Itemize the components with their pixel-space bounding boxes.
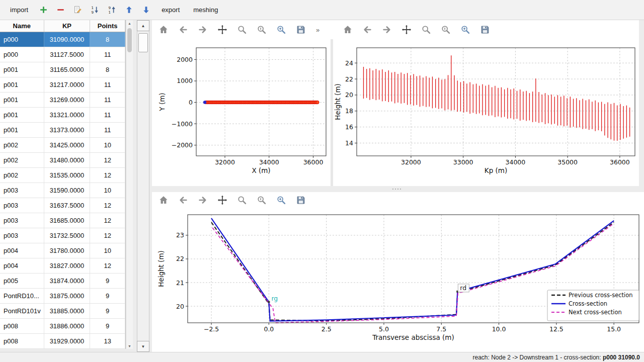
scroll-down-arrow-icon[interactable]: ▼ <box>126 343 133 349</box>
save-button[interactable] <box>293 22 308 37</box>
cell-name: p002 <box>0 168 44 183</box>
panel-scroll-down-button[interactable]: ▼ <box>137 341 149 352</box>
sort-ascending-button[interactable]: 19 <box>88 3 102 17</box>
horizontal-splitter[interactable] <box>152 186 644 192</box>
subplots-button[interactable] <box>254 22 269 37</box>
section-plot[interactable]: rgrd−2.50.02.55.07.510.012.515.020212223… <box>153 208 641 350</box>
panel-scrollbar-thumb[interactable] <box>138 33 148 52</box>
edit-icon <box>73 5 83 15</box>
forward-button[interactable] <box>379 22 394 37</box>
forward-button[interactable] <box>195 22 210 37</box>
table-row[interactable]: p00231480.000012 <box>0 153 125 168</box>
svg-text:33000: 33000 <box>453 158 473 166</box>
cell-points: 12 <box>90 153 125 167</box>
table-row[interactable]: p00831886.00009 <box>0 319 125 334</box>
home-button[interactable] <box>156 193 171 208</box>
zoom-button[interactable] <box>234 22 250 37</box>
move-up-button[interactable] <box>122 3 136 17</box>
table-row[interactable]: p00131217.000011 <box>0 77 125 93</box>
status-bar: reach: Node 2 -> Downstream 1 - cross-se… <box>0 352 644 362</box>
table-scrollbar-thumb[interactable] <box>127 28 132 52</box>
svg-text:21: 21 <box>176 279 184 287</box>
cell-name: p003 <box>0 213 44 228</box>
table-row[interactable]: p00031127.500011 <box>0 47 125 62</box>
back-button[interactable] <box>176 22 191 37</box>
table-row[interactable]: p00031090.00008 <box>0 32 125 47</box>
xy-plot[interactable]: 320003400036000200010000−1000−2000X (m)Y… <box>153 39 331 186</box>
table-scrollbar[interactable]: ▲ ▼ <box>126 20 133 349</box>
import-button[interactable]: import <box>5 4 33 16</box>
cell-points: 10 <box>90 138 125 152</box>
column-header-points[interactable]: Points <box>90 20 125 32</box>
status-text: reach: Node 2 -> Downstream 1 - cross-se… <box>473 354 603 361</box>
svg-text:23: 23 <box>176 231 184 239</box>
sortdesc-icon: 91 <box>107 5 117 15</box>
zoom-button[interactable] <box>419 22 434 37</box>
subplots-button[interactable] <box>438 22 453 37</box>
cell-points: 13 <box>90 334 125 348</box>
customize-button[interactable] <box>458 22 473 37</box>
meshing-button[interactable]: meshing <box>188 4 223 16</box>
table-row[interactable]: p00331590.000010 <box>0 183 125 198</box>
panel-scroll-up-button[interactable]: ▲ <box>137 20 149 31</box>
table-row[interactable]: p00131321.000011 <box>0 108 125 123</box>
export-button[interactable]: export <box>156 4 185 16</box>
remove-cross-section-button[interactable] <box>54 3 67 17</box>
table-row[interactable]: p00331732.500012 <box>0 228 125 243</box>
table-row[interactable]: p00231425.000010 <box>0 138 125 153</box>
cross-section-table-body: p00031090.00008p00031127.500011p00131165… <box>0 32 125 349</box>
move-down-button[interactable] <box>139 3 153 17</box>
table-row[interactable]: p00431827.000012 <box>0 258 125 274</box>
pan-button[interactable] <box>215 193 230 208</box>
edit-cross-section-button[interactable] <box>71 3 85 17</box>
add-cross-section-button[interactable] <box>37 3 50 17</box>
zoom-button[interactable] <box>234 193 250 208</box>
column-header-name[interactable]: Name <box>0 20 44 32</box>
sort-descending-button[interactable]: 91 <box>105 3 119 17</box>
pan-button[interactable] <box>215 22 230 37</box>
svg-text:16: 16 <box>345 123 353 131</box>
table-row[interactable]: p00531874.00009 <box>0 274 125 289</box>
cell-kp: 31535.0000 <box>44 168 91 183</box>
scroll-up-arrow-icon[interactable]: ▲ <box>126 20 133 26</box>
column-header-kp[interactable]: KP <box>44 20 91 32</box>
cell-points: 11 <box>90 47 125 62</box>
table-row[interactable]: PontRD10...31875.00009 <box>0 289 125 304</box>
arrowdown-icon <box>141 5 151 15</box>
table-row[interactable]: p00231535.000012 <box>0 168 125 183</box>
save-button[interactable] <box>293 193 308 208</box>
back-button[interactable] <box>360 22 375 37</box>
customize-button[interactable] <box>274 193 289 208</box>
svg-text:22: 22 <box>345 75 353 83</box>
table-row[interactable]: p00131269.000011 <box>0 93 125 108</box>
pan-icon <box>217 24 228 35</box>
cell-name: p003 <box>0 228 44 243</box>
table-row[interactable]: p00131373.000011 <box>0 123 125 138</box>
panel-scrollbar[interactable]: ▲ ▼ <box>137 20 149 352</box>
subplots-button[interactable] <box>254 193 269 208</box>
cell-points: 8 <box>90 32 125 47</box>
pan-button[interactable] <box>399 22 414 37</box>
svg-text:9: 9 <box>92 10 94 15</box>
svg-text:34000: 34000 <box>506 158 526 166</box>
table-row[interactable]: p00831929.000013 <box>0 334 125 349</box>
cell-name: p002 <box>0 138 44 152</box>
splitter-handle[interactable] <box>392 189 401 190</box>
home-button[interactable] <box>156 22 171 37</box>
profile-plot[interactable]: 3200033000340003500036000141618202224Kp … <box>333 39 639 186</box>
table-row[interactable]: PontRD101v31885.00009 <box>0 304 125 319</box>
save-button[interactable] <box>477 22 493 37</box>
cell-points: 11 <box>90 123 125 137</box>
table-row[interactable]: p00331637.500012 <box>0 198 125 213</box>
forward-button[interactable] <box>195 193 210 208</box>
table-row[interactable]: p00431780.000010 <box>0 243 125 258</box>
back-icon <box>362 24 373 35</box>
table-row[interactable]: p00331685.000012 <box>0 213 125 228</box>
back-button[interactable] <box>176 193 191 208</box>
customize-button[interactable] <box>274 22 289 37</box>
home-button[interactable] <box>340 22 355 37</box>
table-header: Name KP Points <box>0 20 125 32</box>
table-row[interactable]: p00131165.00008 <box>0 62 125 77</box>
status-cross-section: p000 31090.0 <box>603 354 640 361</box>
toolbar-overflow-chevron[interactable]: » <box>316 26 319 34</box>
